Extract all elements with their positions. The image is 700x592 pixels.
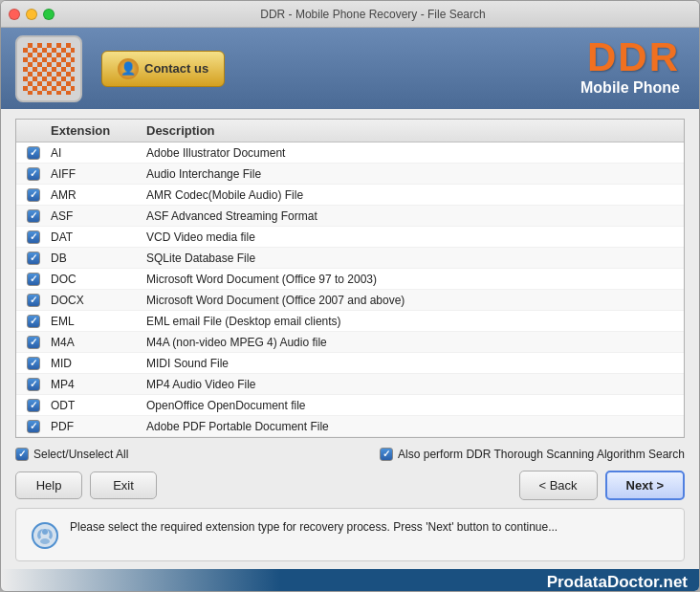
row-checkmark: ✓ [30,169,37,179]
row-checkmark: ✓ [30,317,37,326]
row-checkmark: ✓ [30,211,37,221]
row-checkbox[interactable]: ✓ [27,209,40,223]
row-description: SQLite Database File [146,252,684,265]
row-checkbox[interactable]: ✓ [27,230,40,244]
row-description: Audio Interchange File [146,167,684,181]
info-bar: Please select the required extension typ… [15,508,685,561]
traffic-lights [9,9,55,20]
row-checkbox[interactable]: ✓ [27,378,40,391]
col-header-extension: Extension [51,123,146,138]
also-perform-checkbox[interactable]: ✓ [380,448,393,461]
row-extension: DAT [51,230,146,244]
header: 👤 Contact us DDR Mobile Phone [1,28,699,109]
row-checkbox-cell: ✓ [16,294,51,307]
row-extension: ASF [51,209,146,223]
row-checkbox[interactable]: ✓ [27,315,40,328]
row-checkbox-cell: ✓ [16,252,51,265]
select-all-area: ✓ Select/Unselect All [15,448,128,461]
row-extension: EML [51,315,146,328]
buttons-row: Help Exit < Back Next > [15,471,685,500]
also-perform-label: Also perform DDR Thorough Scanning Algor… [398,448,685,461]
also-perform-area: ✓ Also perform DDR Thorough Scanning Alg… [380,448,685,461]
row-checkmark: ✓ [30,274,37,284]
table-row: ✓ODTOpenOffice OpenDocument file [16,395,684,416]
row-extension: AMR [51,188,146,202]
row-checkbox[interactable]: ✓ [27,252,40,265]
col-header-checkbox [16,123,51,138]
file-type-table: Extension Description ✓AIAdobe Illustrat… [15,119,685,438]
table-row: ✓PDFAdobe PDF Portable Document File [16,416,684,437]
close-button[interactable] [9,9,20,20]
row-checkbox[interactable]: ✓ [27,357,40,370]
ddr-sub-text: Mobile Phone [580,79,680,97]
exit-button[interactable]: Exit [90,471,157,499]
row-checkbox[interactable]: ✓ [27,273,40,286]
row-description: EML email File (Desktop email clients) [146,315,684,328]
row-description: M4A (non-video MPEG 4) Audio file [146,336,684,349]
info-message: Please select the required extension typ… [70,518,558,536]
row-checkbox-cell: ✓ [16,399,51,412]
back-next-group: < Back Next > [519,471,686,500]
row-checkbox-cell: ✓ [16,273,51,286]
table-row: ✓DOCMicrosoft Word Document (Office 97 t… [16,269,684,290]
row-checkbox[interactable]: ✓ [27,188,40,202]
svg-point-3 [42,529,48,535]
row-checkbox[interactable]: ✓ [27,399,40,412]
row-checkbox[interactable]: ✓ [27,294,40,307]
row-checkbox-cell: ✓ [16,420,51,433]
footer-brand: ProdataDoctor.net [1,569,699,592]
table-header: Extension Description [16,120,684,143]
row-checkmark: ✓ [30,190,37,200]
row-extension: DB [51,252,146,265]
row-checkbox[interactable]: ✓ [27,336,40,349]
table-row: ✓AIAdobe Illustrator Document [16,143,684,164]
info-icon [30,520,60,551]
row-checkbox[interactable]: ✓ [27,167,40,181]
row-checkbox[interactable]: ✓ [27,146,40,160]
row-extension: ODT [51,399,146,412]
select-all-label: Select/Unselect All [33,448,128,461]
row-extension: PDF [51,420,146,433]
maximize-button[interactable] [43,9,55,20]
table-row: ✓AMRAMR Codec(Mobile Audio) File [16,185,684,206]
col-header-description: Description [146,123,684,138]
table-row: ✓DOCXMicrosoft Word Document (Office 200… [16,290,684,311]
app-window: DDR - Mobile Phone Recovery - File Searc… [0,0,700,592]
main-content: Extension Description ✓AIAdobe Illustrat… [1,109,699,569]
row-description: Adobe PDF Portable Document File [146,420,684,433]
row-checkbox-cell: ✓ [16,167,51,181]
table-row: ✓ASFASF Advanced Streaming Format [16,206,684,227]
row-extension: DOC [51,273,146,286]
row-checkmark: ✓ [30,296,37,305]
table-row: ✓EMLEML email File (Desktop email client… [16,311,684,332]
minimize-button[interactable] [26,9,37,20]
select-all-checkbox[interactable]: ✓ [15,448,29,461]
row-checkmark: ✓ [30,401,37,410]
row-extension: DOCX [51,294,146,307]
ddr-logo-text: DDR [580,37,680,77]
also-perform-checkmark: ✓ [383,449,390,459]
table-row: ✓MIDMIDI Sound File [16,353,684,374]
row-checkbox[interactable]: ✓ [27,420,40,433]
row-checkbox-cell: ✓ [16,336,51,349]
contact-button[interactable]: 👤 Contact us [101,51,225,87]
row-extension: MP4 [51,378,146,391]
row-description: Microsoft Word Document (Office 2007 and… [146,294,684,307]
table-row: ✓MP4MP4 Audio Video File [16,374,684,395]
help-button[interactable]: Help [15,471,82,499]
back-button[interactable]: < Back [519,471,598,500]
row-checkbox-cell: ✓ [16,188,51,202]
row-checkbox-cell: ✓ [16,146,51,160]
row-extension: M4A [51,336,146,349]
row-description: MP4 Audio Video File [146,378,684,391]
table-row: ✓DBSQLite Database File [16,248,684,269]
next-button[interactable]: Next > [605,471,685,500]
row-checkbox-cell: ✓ [16,378,51,391]
table-row: ✓AIFFAudio Interchange File [16,164,684,185]
row-description: ASF Advanced Streaming Format [146,209,684,223]
row-checkmark: ✓ [30,422,37,431]
row-checkbox-cell: ✓ [16,209,51,223]
title-bar: DDR - Mobile Phone Recovery - File Searc… [1,1,699,28]
contact-button-label: Contact us [144,61,208,76]
row-checkmark: ✓ [30,359,37,368]
